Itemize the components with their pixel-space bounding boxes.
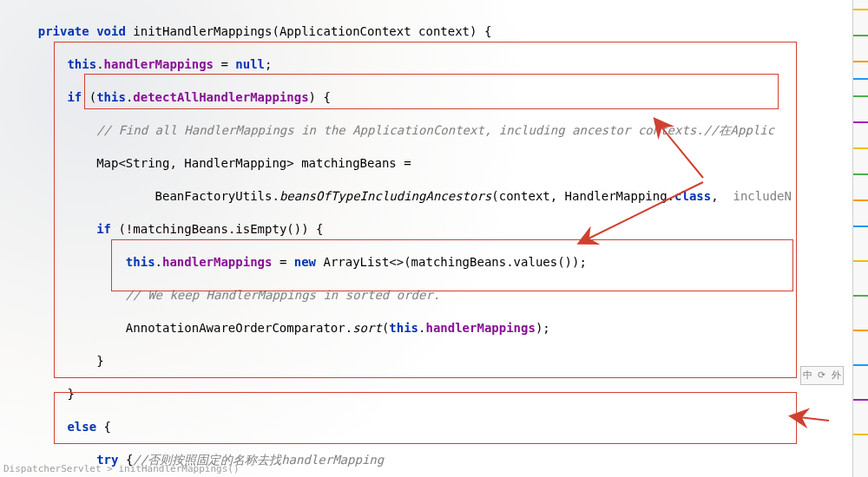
code-line: Map<String, HandlerMapping> matchingBean… (3, 155, 868, 172)
code-line: } (3, 386, 868, 402)
code-line: if (this.detectAllHandlerMappings) { (3, 89, 868, 106)
code-line: private void initHandlerMappings(Applica… (3, 23, 868, 40)
floating-toolbox[interactable]: 中 ⟳ 外 (800, 366, 844, 385)
code-line: else { (3, 419, 868, 435)
minimap-gutter[interactable] (852, 0, 868, 477)
code-line: AnnotationAwareOrderComparator.sort(this… (3, 320, 868, 337)
code-line: // Find all HandlerMappings in the Appli… (3, 122, 868, 139)
code-line: this.handlerMappings = new ArrayList<>(m… (3, 254, 868, 271)
code-line: } (3, 353, 868, 369)
code-line: BeanFactoryUtils.beansOfTypeIncludingAnc… (3, 188, 868, 205)
breadcrumb-bar[interactable]: DispatcherServlet > initHandlerMappings(… (0, 463, 868, 477)
code-editor[interactable]: private void initHandlerMappings(Applica… (0, 0, 868, 477)
code-line: // We keep HandlerMappings in sorted ord… (3, 287, 868, 304)
code-line: this.handlerMappings = null; (3, 56, 868, 73)
code-line: if (!matchingBeans.isEmpty()) { (3, 221, 868, 238)
